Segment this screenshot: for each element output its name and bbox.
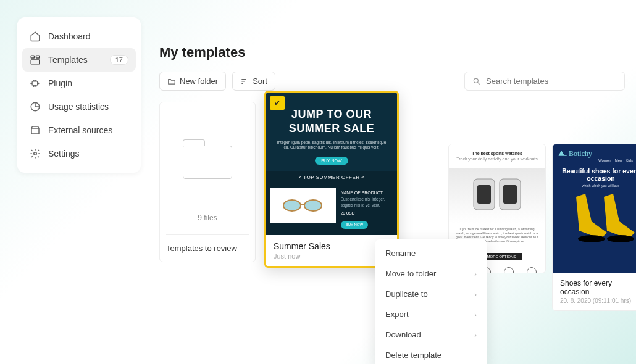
svg-rect-11 [503, 185, 517, 204]
svg-point-6 [283, 200, 301, 211]
svg-rect-2 [31, 60, 40, 64]
search-box[interactable] [464, 72, 625, 91]
svg-rect-9 [477, 185, 491, 204]
sort-icon [240, 77, 249, 86]
sunglasses-image [270, 188, 336, 223]
svg-point-7 [304, 200, 322, 211]
sidebar-item-label: Plugin [48, 78, 128, 88]
templates-icon [30, 54, 41, 65]
chevron-right-icon: › [474, 270, 477, 278]
template-meta: Shoes for every occasion 20. 8. 2020 (09… [553, 273, 636, 310]
sidebar-item-dashboard[interactable]: Dashboard [22, 25, 136, 48]
template-thumbnail: ✔ JUMP TO OUR SUMMER SALE Integer ligula… [266, 93, 397, 235]
chevron-right-icon: › [474, 291, 477, 298]
boots-image [553, 188, 636, 249]
sidebar-item-usage[interactable]: Usage statistics [22, 95, 136, 118]
context-menu: Rename Move to folder› Duplicate to› Exp… [375, 239, 487, 364]
chevron-right-icon: › [474, 311, 477, 318]
sidebar-item-label: Settings [48, 149, 128, 159]
svg-rect-1 [36, 56, 40, 58]
template-name: Shoes for every occasion [560, 279, 636, 296]
templates-count-badge: 17 [110, 55, 128, 65]
context-menu-duplicate[interactable]: Duplicate to› [375, 284, 487, 304]
svg-point-14 [578, 235, 605, 242]
folder-icon [183, 139, 232, 179]
piechart-icon [30, 101, 41, 112]
sidebar-item-label: Dashboard [48, 31, 128, 41]
sidebar-item-templates[interactable]: Templates 17 [22, 48, 136, 72]
page-title: My templates [159, 44, 625, 60]
toolbar: New folder Sort [159, 72, 625, 91]
search-input[interactable] [486, 77, 617, 86]
sidebar-item-label: External sources [48, 125, 128, 135]
template-name: Summer Sales [274, 241, 371, 251]
context-menu-delete[interactable]: Delete template [375, 345, 487, 364]
template-timestamp: Just now [274, 252, 371, 260]
svg-point-5 [474, 78, 478, 83]
chevron-right-icon: › [474, 331, 477, 339]
shoe-logo-icon [558, 149, 569, 158]
folder-card[interactable]: 9 files Templates to review [159, 102, 256, 262]
watch-image [449, 168, 545, 223]
sidebar-item-label: Templates [48, 55, 103, 65]
search-icon [472, 77, 481, 86]
box-icon [30, 125, 41, 136]
template-thumbnail: Botichy WomenMenKidsSale Beautiful shoes… [553, 144, 636, 273]
svg-rect-0 [31, 56, 34, 58]
context-menu-move[interactable]: Move to folder› [375, 263, 487, 284]
sidebar-item-plugin[interactable]: Plugin [22, 72, 136, 95]
folder-label: Templates to review [166, 234, 249, 253]
template-timestamp: 20. 8. 2020 (09:11:01 hrs) [560, 297, 636, 304]
svg-point-4 [34, 152, 37, 155]
context-menu-export[interactable]: Export› [375, 304, 487, 325]
sidebar-item-settings[interactable]: Settings [22, 142, 136, 165]
gear-icon [30, 148, 41, 159]
sort-button[interactable]: Sort [232, 72, 275, 91]
folder-file-count: 9 files [198, 213, 217, 222]
sidebar-item-label: Usage statistics [48, 102, 128, 112]
new-folder-button[interactable]: New folder [159, 72, 226, 91]
puzzle-icon [30, 78, 41, 89]
folder-plus-icon [167, 77, 176, 86]
sidebar: Dashboard Templates 17 Plugin Usage stat… [17, 17, 141, 173]
svg-point-15 [607, 235, 634, 242]
context-menu-rename[interactable]: Rename [375, 243, 487, 263]
template-card-shoes[interactable]: Botichy WomenMenKidsSale Beautiful shoes… [552, 144, 636, 311]
selected-check-icon: ✔ [270, 96, 285, 110]
home-icon [30, 31, 41, 42]
context-menu-download[interactable]: Download› [375, 325, 487, 345]
sidebar-item-external[interactable]: External sources [22, 118, 136, 142]
